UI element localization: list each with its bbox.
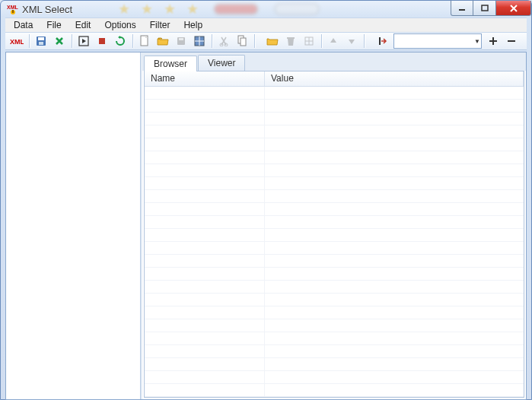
- table-row[interactable]: [145, 319, 524, 332]
- up-arrow-icon[interactable]: [325, 33, 342, 49]
- tree-pane[interactable]: [6, 52, 141, 399]
- open2-icon[interactable]: [264, 33, 281, 49]
- svg-rect-2: [12, 10, 14, 13]
- xml-icon[interactable]: XML: [8, 33, 25, 49]
- plus-icon[interactable]: [485, 33, 502, 49]
- down-arrow-icon[interactable]: [343, 33, 360, 49]
- table-row[interactable]: [145, 332, 524, 345]
- svg-rect-20: [241, 38, 246, 46]
- app-icon: XML: [7, 3, 19, 15]
- menu-file[interactable]: File: [40, 18, 68, 32]
- svg-rect-21: [287, 37, 295, 39]
- save-icon[interactable]: [33, 33, 49, 49]
- svg-rect-13: [179, 38, 183, 40]
- table-icon[interactable]: [191, 33, 208, 49]
- window-controls: [451, 1, 531, 16]
- save-doc-icon[interactable]: [173, 33, 190, 49]
- grid-header: Name Value: [145, 71, 524, 87]
- combo-dropdown-icon[interactable]: ▼: [474, 38, 480, 45]
- table-row[interactable]: [145, 151, 524, 164]
- svg-rect-8: [39, 42, 43, 45]
- toolbar-combo-input[interactable]: [397, 36, 474, 46]
- table-row[interactable]: [145, 281, 524, 294]
- grid-body[interactable]: [145, 87, 524, 397]
- table-row[interactable]: [145, 306, 524, 319]
- refresh-icon[interactable]: [112, 33, 129, 49]
- svg-text:XML: XML: [10, 38, 24, 46]
- window-title: XML Select: [22, 4, 72, 15]
- run-icon[interactable]: [75, 33, 92, 49]
- table-row[interactable]: [145, 242, 524, 255]
- cut-icon[interactable]: [215, 33, 232, 49]
- browser-panel: Name Value: [144, 71, 524, 398]
- close-button[interactable]: [496, 1, 531, 16]
- table-row[interactable]: [145, 384, 524, 397]
- table-row[interactable]: [145, 216, 524, 229]
- copy-icon[interactable]: [234, 33, 250, 49]
- table-row[interactable]: [145, 358, 524, 371]
- app-window: XML XML Select ★★★★ Data File Edit Optio…: [0, 0, 532, 400]
- table-row[interactable]: [145, 87, 524, 100]
- minus-icon[interactable]: [503, 33, 520, 49]
- table-row[interactable]: [145, 138, 524, 151]
- svg-rect-4: [482, 5, 488, 11]
- workarea: Browser Viewer Name Value: [5, 52, 527, 400]
- table-row[interactable]: [145, 371, 524, 384]
- svg-rect-7: [38, 37, 44, 40]
- tab-viewer[interactable]: Viewer: [198, 55, 245, 71]
- svg-rect-10: [99, 38, 105, 44]
- table-row[interactable]: [145, 100, 524, 113]
- table-row[interactable]: [145, 203, 524, 216]
- menu-filter[interactable]: Filter: [143, 18, 177, 32]
- table-row[interactable]: [145, 294, 524, 306]
- insert-cursor-icon[interactable]: [374, 33, 390, 49]
- toolbar-combo[interactable]: ▼: [393, 33, 482, 49]
- table-row[interactable]: [145, 268, 524, 281]
- background-badges: [213, 3, 320, 15]
- svg-rect-3: [459, 9, 465, 11]
- table-row[interactable]: [145, 125, 524, 138]
- toolbar: XML ▼: [5, 33, 527, 50]
- table-row[interactable]: [145, 255, 524, 268]
- table-row[interactable]: [145, 190, 524, 203]
- menu-help[interactable]: Help: [177, 18, 209, 32]
- menu-options[interactable]: Options: [97, 18, 142, 32]
- table-row[interactable]: [145, 229, 524, 242]
- tabstrip: Browser Viewer: [142, 52, 526, 71]
- trash-icon[interactable]: [282, 33, 299, 49]
- background-stars: ★★★★: [118, 1, 199, 17]
- menubar: Data File Edit Options Filter Help: [5, 17, 527, 33]
- maximize-button[interactable]: [473, 1, 496, 16]
- column-value[interactable]: Value: [265, 71, 524, 86]
- table-row[interactable]: [145, 345, 524, 358]
- open-folder-icon[interactable]: [155, 33, 171, 49]
- delete-icon[interactable]: [51, 33, 68, 49]
- table-row[interactable]: [145, 113, 524, 125]
- menu-data[interactable]: Data: [7, 18, 40, 32]
- grid-icon[interactable]: [301, 33, 317, 49]
- svg-text:XML: XML: [7, 5, 19, 10]
- new-doc-icon[interactable]: [136, 33, 153, 49]
- titlebar: XML XML Select ★★★★: [1, 1, 531, 17]
- minimize-button[interactable]: [451, 1, 473, 16]
- menu-edit[interactable]: Edit: [68, 18, 98, 32]
- tab-browser[interactable]: Browser: [144, 56, 197, 71]
- table-row[interactable]: [145, 177, 524, 190]
- column-name[interactable]: Name: [145, 71, 265, 86]
- table-row[interactable]: [145, 164, 524, 177]
- stop-icon[interactable]: [94, 33, 110, 49]
- main-pane: Browser Viewer Name Value: [141, 52, 526, 399]
